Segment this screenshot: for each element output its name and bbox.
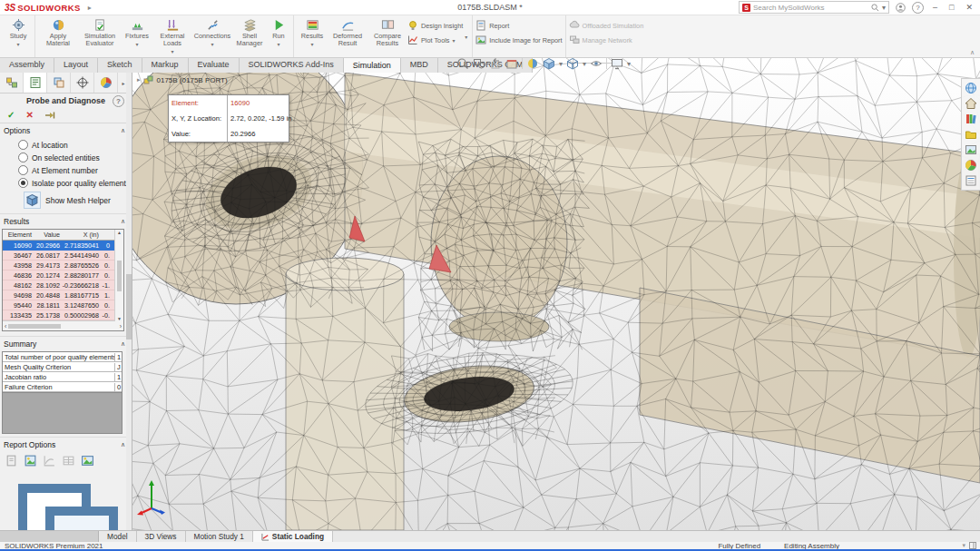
tab-model[interactable]: Model xyxy=(99,531,137,542)
display-style-icon[interactable] xyxy=(566,57,579,70)
ribbon-button-plot-tools[interactable]: Plot Tools ▾ xyxy=(407,34,463,45)
ribbon-button-report[interactable]: Report xyxy=(475,20,562,31)
tab-static-loading[interactable]: Static Loading xyxy=(253,531,333,542)
collapse-chevron-icon[interactable]: ∧ xyxy=(121,340,125,348)
search-dropdown-icon[interactable]: ▾ xyxy=(882,4,886,12)
previous-view-icon[interactable] xyxy=(489,57,502,70)
ribbon-button-connections[interactable]: Connections ▾ xyxy=(192,16,232,48)
configuration-manager-tab[interactable] xyxy=(47,73,71,93)
graphics-viewport[interactable]: ▸ 0175B (0175B PORT) ▾ ▾ ▾ Element: 1609… xyxy=(132,56,980,530)
feature-tree-root[interactable]: ▸ 0175B (0175B PORT) xyxy=(137,74,228,85)
ribbon-button-apply-material[interactable]: Apply Material xyxy=(38,16,78,47)
tab-assembly[interactable]: Assembly xyxy=(0,56,54,73)
appearances-scenes-icon[interactable] xyxy=(965,159,977,172)
scroll-up-icon[interactable]: ▲ xyxy=(117,230,122,235)
property-manager-tab[interactable] xyxy=(24,73,47,93)
ribbon-button-deformed-result[interactable]: Deformed Result xyxy=(328,16,368,47)
dimxpert-manager-tab[interactable] xyxy=(71,73,94,93)
table-row[interactable]: 9469820.48481.881677151. xyxy=(3,290,123,300)
radio-on-selected-entities[interactable]: On selected entities xyxy=(18,153,132,162)
tree-expand-icon[interactable]: ▸ xyxy=(137,76,141,84)
view-settings-icon[interactable] xyxy=(611,57,623,70)
include-image-report-icon[interactable] xyxy=(24,454,37,467)
ribbon-button-external-loads[interactable]: External Loads ▾ xyxy=(152,16,192,55)
view-orientation-dropdown-icon[interactable]: ▾ xyxy=(559,60,563,68)
ribbon-button-shell-manager[interactable]: Shell Manager xyxy=(232,16,267,47)
panel-help-icon[interactable]: ? xyxy=(113,95,124,107)
radio-isolate-poor-quality[interactable]: Isolate poor quality elements xyxy=(18,178,132,188)
table-row[interactable]: 3646726.08172.544149400. xyxy=(3,251,123,261)
panel-vertical-scrollbar[interactable] xyxy=(126,73,132,530)
custom-properties-icon[interactable] xyxy=(965,174,977,187)
tab-layout[interactable]: Layout xyxy=(54,56,98,73)
display-style-dropdown-icon[interactable]: ▾ xyxy=(583,60,586,68)
tab-simulation[interactable]: Simulation xyxy=(344,56,401,73)
task-pane-toggle-icon[interactable] xyxy=(969,542,976,549)
view-palette-icon[interactable] xyxy=(965,143,977,156)
hide-show-icon[interactable] xyxy=(590,57,603,70)
ribbon-button-simulation-evaluator[interactable]: Simulation Evaluator xyxy=(78,16,122,47)
section-view-icon[interactable] xyxy=(505,57,518,70)
scroll-right-icon[interactable]: › xyxy=(120,323,122,330)
collapse-chevron-icon[interactable]: ∧ xyxy=(121,127,125,134)
search-box[interactable]: S Search MySolidWorks ▾ xyxy=(739,1,889,14)
design-library-icon[interactable] xyxy=(965,113,977,125)
tab-solidworks-add-ins[interactable]: SOLIDWORKS Add-Ins xyxy=(240,56,344,73)
status-dropdown-icon[interactable]: ▾ xyxy=(962,542,965,549)
scroll-down-icon[interactable]: ▼ xyxy=(117,316,122,321)
tab-mbd[interactable]: MBD xyxy=(401,56,438,73)
ribbon-button-fixtures[interactable]: Fixtures ▾ xyxy=(122,16,152,48)
tab-markup[interactable]: Markup xyxy=(142,56,189,73)
pin-icon[interactable] xyxy=(44,111,55,120)
close-button[interactable]: ✕ xyxy=(963,3,975,12)
search-icon[interactable] xyxy=(871,4,879,12)
results-group-dropdown-icon[interactable]: ▾ xyxy=(463,34,469,40)
show-mesh-helper-button[interactable]: Show Mesh Helper xyxy=(24,192,132,209)
table-row[interactable]: 4816228.1092-0.23666218-1. xyxy=(3,280,123,290)
table-row[interactable]: 4395829.41732.887655260. xyxy=(3,261,123,271)
ribbon-button-run[interactable]: Run ▾ xyxy=(267,16,290,48)
ribbon-button-compare-results[interactable]: Compare Results xyxy=(368,16,407,47)
zoom-area-icon[interactable] xyxy=(473,57,485,70)
collapse-chevron-icon[interactable]: ∧ xyxy=(121,441,125,448)
table-row[interactable]: 1609020.29662.718350410 xyxy=(3,241,123,251)
radio-at-location[interactable]: At location xyxy=(18,140,132,150)
list-results-icon[interactable] xyxy=(62,454,75,467)
tab-motion-study-1[interactable]: Motion Study 1 xyxy=(186,531,253,542)
radio-at-element-number[interactable]: At Element number xyxy=(18,165,132,175)
view-orientation-icon[interactable] xyxy=(543,57,555,70)
restore-button[interactable]: □ xyxy=(946,3,956,12)
ribbon-button-design-insight[interactable]: Design Insight xyxy=(407,20,463,31)
user-icon[interactable] xyxy=(896,3,906,13)
ribbon-button-include-image-for-report[interactable]: Include Image for Report xyxy=(475,34,562,45)
view-settings-dropdown-icon[interactable]: ▾ xyxy=(627,60,631,68)
ribbon-button-results[interactable]: Results ▾ xyxy=(297,16,328,48)
ribbon-button-offloaded-simulation[interactable]: Offloaded Simulation xyxy=(569,20,644,31)
display-manager-tab[interactable] xyxy=(94,73,118,93)
solidworks-resources-icon[interactable] xyxy=(965,82,977,94)
ribbon-button-study[interactable]: Study ▾ xyxy=(5,16,32,48)
scrollbar-handle[interactable] xyxy=(117,261,122,291)
home-icon[interactable] xyxy=(965,97,977,110)
collapse-chevron-icon[interactable]: ∧ xyxy=(121,218,125,225)
ribbon-button-manage-network[interactable]: Manage Network xyxy=(569,34,644,45)
zoom-fit-icon[interactable] xyxy=(456,57,469,70)
save-report-icon[interactable] xyxy=(5,454,18,467)
results-vertical-scrollbar[interactable]: ▲ ▼ xyxy=(114,230,123,321)
menu-flyout-arrow[interactable]: ▸ xyxy=(88,4,92,12)
table-row[interactable]: 13343525.17380.50002968-0. xyxy=(3,310,123,320)
ribbon-collapse-icon[interactable]: ∧ xyxy=(970,49,975,56)
study-tabs-scrollbar[interactable] xyxy=(0,531,99,542)
tab-3d-views[interactable]: 3D Views xyxy=(137,531,186,542)
feature-manager-tab[interactable] xyxy=(0,73,24,93)
results-horizontal-scrollbar[interactable]: ‹ › xyxy=(3,320,123,330)
save-image-icon[interactable] xyxy=(81,454,94,467)
tab-evaluate[interactable]: Evaluate xyxy=(189,56,240,73)
tab-sketch[interactable]: Sketch xyxy=(98,56,142,73)
scroll-left-icon[interactable]: ‹ xyxy=(5,323,6,330)
table-row[interactable]: 4683620.12742.882801770. xyxy=(3,271,123,280)
table-row[interactable]: 9544028.18113.124876500. xyxy=(3,300,123,310)
scrollbar-handle[interactable] xyxy=(8,324,61,329)
help-icon[interactable]: ? xyxy=(912,2,924,14)
scrollbar-handle[interactable] xyxy=(126,274,132,339)
